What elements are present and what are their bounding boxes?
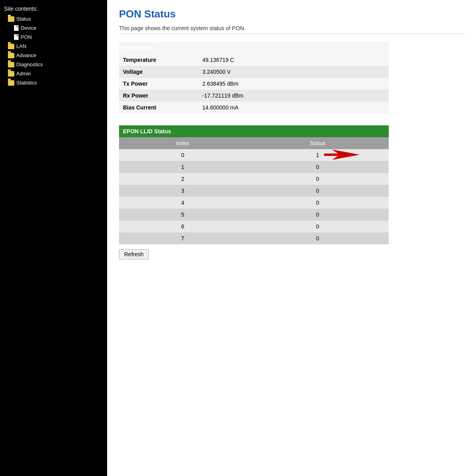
doc-icon-pon [14, 34, 19, 40]
sidebar-item-device[interactable]: Device [0, 23, 107, 33]
llid-status: 0 [246, 197, 389, 209]
sidebar: Site contents: Status Device PON LAN Adv… [0, 0, 107, 476]
llid-row: 60 [119, 221, 389, 232]
folder-icon-admin [8, 71, 14, 77]
col-index-header: index [119, 137, 246, 149]
pon-row: Temperature49.136719 C [119, 54, 389, 66]
llid-row: 70 [119, 232, 389, 244]
llid-status: 0 [246, 221, 389, 232]
pon-row-value: 3.240500 V [198, 66, 389, 78]
llid-index: 6 [119, 221, 246, 232]
sidebar-item-status[interactable]: Status [0, 14, 107, 23]
pon-row-label: Bias Current [119, 102, 198, 113]
sidebar-item-lan[interactable]: LAN [0, 42, 107, 51]
page-description: This page shows the current system statu… [119, 25, 464, 31]
llid-status-table: EPON LLID Status index Status 0110203040… [119, 125, 389, 244]
folder-icon-statistics [8, 80, 14, 86]
llid-index: 5 [119, 209, 246, 221]
pon-row-label: Tx Power [119, 78, 198, 90]
folder-icon-lan [8, 44, 14, 49]
folder-icon [8, 16, 14, 22]
llid-row: 30 [119, 185, 389, 197]
sidebar-item-diagnostics[interactable]: Diagnostics [0, 60, 107, 69]
llid-row: 50 [119, 209, 389, 221]
page-title: PON Status [119, 8, 464, 20]
sidebar-label-lan: LAN [16, 43, 26, 49]
pon-row: Tx Power2.638495 dBm [119, 78, 389, 90]
llid-row: 20 [119, 173, 389, 185]
svg-marker-0 [324, 150, 360, 160]
llid-table-header: EPON LLID Status [119, 125, 389, 137]
sidebar-label-device: Device [21, 25, 36, 31]
pon-table-header: PON Status [119, 42, 389, 54]
sidebar-label-pon: PON [21, 34, 32, 40]
pon-row: Voltage3.240500 V [119, 66, 389, 78]
doc-icon-device [14, 25, 19, 31]
pon-row-value: 2.638495 dBm [198, 78, 389, 90]
folder-icon-diagnostics [8, 62, 14, 67]
llid-index: 7 [119, 232, 246, 244]
sidebar-item-admin[interactable]: Admin [0, 69, 107, 78]
llid-row: 01 [119, 149, 389, 161]
llid-status: 0 [246, 161, 389, 173]
divider [119, 34, 464, 34]
sidebar-title: Site contents: [0, 3, 107, 14]
llid-status: 0 [246, 209, 389, 221]
llid-row: 10 [119, 161, 389, 173]
folder-icon-advance [8, 53, 14, 58]
refresh-button[interactable]: Refresh [119, 249, 149, 259]
llid-index: 4 [119, 197, 246, 209]
sidebar-label-diagnostics: Diagnostics [16, 61, 43, 67]
pon-row-value: 14.600000 mA [198, 102, 389, 113]
llid-index: 1 [119, 161, 246, 173]
pon-row: Bias Current14.600000 mA [119, 102, 389, 113]
pon-row-value: 49.136719 C [198, 54, 389, 66]
pon-status-table: PON Status Temperature49.136719 CVoltage… [119, 42, 389, 113]
col-status-header: Status [246, 137, 389, 149]
pon-row-label: Temperature [119, 54, 198, 66]
sidebar-label-admin: Admin [16, 71, 31, 77]
sidebar-item-statistics[interactable]: Statistics [0, 78, 107, 87]
main-content: PON Status This page shows the current s… [107, 0, 476, 476]
llid-status: 0 [246, 232, 389, 244]
llid-col-header: index Status [119, 137, 389, 149]
pon-row-label: Voltage [119, 66, 198, 78]
llid-index: 3 [119, 185, 246, 197]
sidebar-item-pon[interactable]: PON [0, 33, 107, 42]
llid-status: 1 [246, 149, 389, 161]
sidebar-label-status: Status [16, 16, 31, 22]
sidebar-label-statistics: Statistics [16, 80, 37, 86]
llid-status: 0 [246, 185, 389, 197]
llid-index: 0 [119, 149, 246, 161]
llid-status: 0 [246, 173, 389, 185]
llid-row: 40 [119, 197, 389, 209]
pon-row: Rx Power-17.721119 dBm [119, 90, 389, 102]
sidebar-label-advance: Advance [16, 52, 36, 58]
llid-index: 2 [119, 173, 246, 185]
pon-row-label: Rx Power [119, 90, 198, 102]
sidebar-item-advance[interactable]: Advance [0, 51, 107, 60]
pon-row-value: -17.721119 dBm [198, 90, 389, 102]
